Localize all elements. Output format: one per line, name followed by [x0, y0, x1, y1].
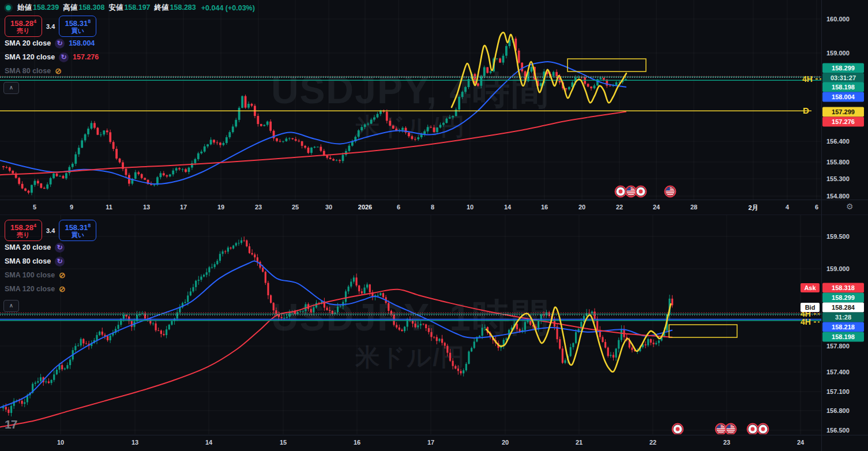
time-tick-label: 6 [815, 204, 818, 211]
time-tick-label: 11 [106, 204, 112, 211]
jp-flag-icon[interactable] [636, 186, 647, 197]
gear-icon[interactable]: ⚙ [846, 202, 854, 211]
bid-tag: Bid [801, 303, 820, 312]
price-axis-badge: 158.299 [822, 63, 864, 73]
sma-line-sma-20[interactable] [0, 261, 672, 407]
chart-canvas[interactable]: D4H4H4H [0, 0, 868, 451]
high-value: 158.308 [78, 3, 104, 12]
sma-line-sma-80[interactable] [0, 290, 672, 427]
indicator-row-sma-80-close[interactable]: SMA 80 close↻ [5, 256, 65, 266]
price-tick-label: 155.300 [826, 175, 850, 182]
close-label: 終値 [155, 3, 169, 12]
eye-off-icon[interactable]: ⊘ [59, 285, 66, 293]
indicator-label: SMA 20 close [5, 39, 51, 47]
eye-off-icon[interactable]: ⊘ [59, 271, 66, 279]
time-tick-label: 25 [292, 204, 299, 211]
sell-button[interactable]: 158.284 売り [5, 220, 42, 241]
time-tick-label: 24 [653, 204, 660, 211]
ask-tag: Ask [801, 283, 820, 292]
trade-panel-4h: 158.284 売り 3.4 158.318 買い [5, 16, 96, 37]
price-tick-label: 156.400 [826, 138, 850, 145]
drawing-rectangle[interactable] [568, 59, 646, 72]
eye-off-icon[interactable]: ⊘ [55, 67, 62, 75]
time-tick-label: 14 [504, 204, 511, 211]
grid [0, 0, 821, 200]
price-tick-label: 156.500 [826, 427, 850, 434]
spread-value: 3.4 [46, 23, 55, 30]
sell-button[interactable]: 158.284 売り [5, 16, 42, 37]
indicator-row-sma-20-close[interactable]: SMA 20 close↻ [5, 242, 65, 253]
refresh-icon[interactable]: ↻ [55, 257, 65, 266]
price-axis-badge: 158.004 [822, 92, 864, 102]
time-tick-label: 22 [649, 439, 656, 446]
refresh-icon[interactable]: ↻ [55, 39, 65, 48]
time-tick-label: 24 [797, 439, 804, 446]
time-tick-label: 2月 [748, 204, 758, 212]
us-flag-icon[interactable] [716, 424, 727, 435]
indicator-label: SMA 100 close [5, 271, 55, 279]
price-tick-label: 157.100 [826, 388, 850, 395]
jp-flag-icon[interactable] [758, 424, 769, 435]
time-tick-label: 10 [467, 204, 474, 211]
time-tick-label: 23 [723, 439, 730, 446]
price-axis-badge: 158.299 [822, 293, 864, 303]
price-axis-badge: 03:31:27 [822, 73, 864, 83]
indicator-label: SMA 120 close [5, 53, 55, 61]
refresh-icon[interactable]: ↻ [59, 52, 69, 62]
us-flag-icon[interactable] [665, 186, 676, 197]
indicator-row-sma-120-close[interactable]: SMA 120 close⊘ [5, 284, 66, 294]
time-tick-label: 21 [576, 439, 583, 446]
timeframe-marker-label: 4H [801, 317, 811, 326]
jp-flag-icon[interactable] [747, 424, 758, 435]
us-flag-icon[interactable] [626, 186, 637, 197]
refresh-icon[interactable]: ↻ [55, 243, 65, 253]
time-tick-label: 20 [578, 204, 585, 211]
ohlc-legend: 始値158.239 高値158.308 安値158.197 終値158.283 … [6, 3, 255, 13]
buy-button[interactable]: 158.318 買い [59, 16, 96, 37]
daily-level-tag: D [803, 106, 809, 115]
indicator-row-sma-120-close[interactable]: SMA 120 close↻157.276 [5, 52, 99, 62]
jp-flag-icon[interactable] [615, 186, 626, 197]
drawing-freehand-curve[interactable] [452, 32, 626, 107]
trading-platform: USDJPY, 4時間 米ドル/円 USDJPY, 1時間 米ドル/円 D4H4… [0, 0, 868, 451]
time-tick-label: 17 [180, 204, 187, 211]
time-axis-4h[interactable]: 5911131719232530202668101416202224282月46 [0, 200, 868, 215]
high-label: 高値 [63, 3, 77, 12]
price-axis-badge: 158.284 [822, 303, 864, 313]
price-tick-label: 154.800 [826, 193, 850, 200]
chart-pane-1h[interactable]: 4H4H [0, 215, 821, 434]
time-tick-label: 13 [131, 439, 138, 446]
buy-button[interactable]: 158.318 買い [59, 220, 96, 241]
time-tick-label: 30 [325, 204, 332, 211]
us-flag-icon[interactable] [726, 424, 737, 435]
price-axis-badge: 31:28 [822, 313, 864, 322]
chart-pane-4h[interactable]: D4H [0, 0, 821, 200]
collapse-legend-button-4h[interactable]: ∧ [3, 82, 19, 94]
time-tick-label: 8 [431, 204, 434, 211]
price-tick-label: 156.800 [826, 407, 850, 414]
time-tick-label: 5 [33, 204, 36, 211]
indicator-row-sma-20-close[interactable]: SMA 20 close↻158.004 [5, 38, 95, 48]
close-value: 158.283 [170, 3, 196, 12]
time-tick-label: 13 [143, 204, 150, 211]
open-value: 158.239 [33, 3, 59, 12]
price-axis-badge: 157.299 [822, 107, 864, 117]
time-tick-label: 16 [541, 204, 548, 211]
jp-flag-icon[interactable] [672, 424, 683, 435]
time-tick-label: 22 [616, 204, 623, 211]
trade-panel-1h: 158.284 売り 3.4 158.318 買い [5, 220, 96, 241]
indicator-row-sma-100-close[interactable]: SMA 100 close⊘ [5, 270, 66, 280]
price-axis-badge: 158.318 [822, 283, 864, 293]
time-tick-label: 2026 [358, 204, 372, 211]
price-tick-label: 159.000 [826, 50, 850, 57]
symbol-bullet-icon [6, 5, 11, 10]
indicator-label: SMA 120 close [5, 285, 55, 293]
indicator-row-sma-80-close[interactable]: SMA 80 close⊘ [5, 66, 62, 76]
sma-line-sma-120[interactable] [0, 112, 626, 175]
tradingview-logo[interactable]: 17 [5, 418, 17, 431]
spread-value: 3.4 [46, 227, 55, 234]
price-tick-label: 157.400 [826, 369, 850, 375]
collapse-legend-button-1h[interactable]: ∧ [3, 300, 19, 312]
time-axis-1h[interactable]: 1013141516172021222324 [0, 435, 868, 451]
time-tick-label: 19 [217, 204, 224, 211]
